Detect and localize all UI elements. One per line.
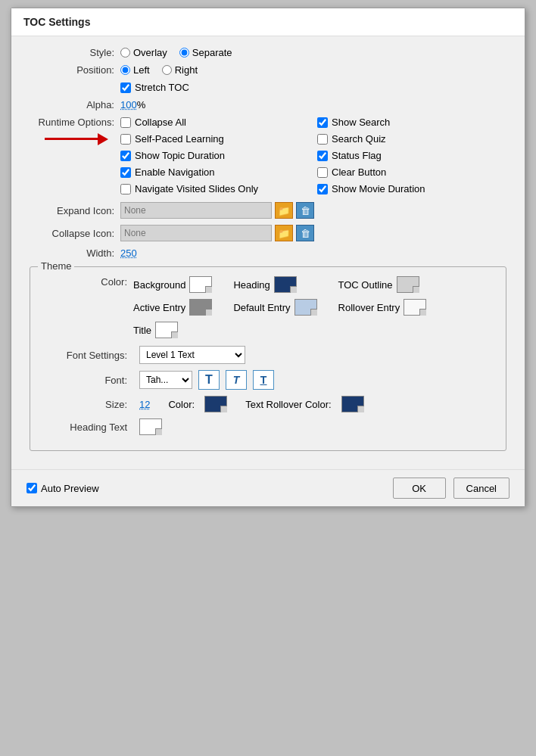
title-color-swatch[interactable] xyxy=(155,322,178,338)
runtime-options-label: Runtime Options: xyxy=(30,117,120,128)
show-topic-duration-option[interactable]: Show Topic Duration xyxy=(120,150,302,161)
position-left-radio[interactable] xyxy=(120,65,130,75)
font-color-swatch[interactable] xyxy=(204,396,227,412)
heading-color-swatch[interactable] xyxy=(274,276,297,293)
active-entry-color-label: Active Entry xyxy=(133,302,185,313)
auto-preview-checkbox[interactable] xyxy=(26,483,37,493)
theme-legend: Theme xyxy=(38,260,74,272)
active-entry-color-item: Active Entry xyxy=(133,299,212,316)
self-paced-option[interactable]: Self-Paced Learning xyxy=(120,133,224,145)
position-right-label: Right xyxy=(175,64,198,76)
collapse-icon-label: Collapse Icon: xyxy=(30,228,120,239)
collapse-icon-trash-button[interactable]: 🗑 xyxy=(296,225,314,241)
style-overlay-radio[interactable] xyxy=(120,48,130,58)
status-flag-option[interactable]: Status Flag xyxy=(317,150,484,161)
width-value[interactable]: 250 xyxy=(120,247,137,259)
position-left-option[interactable]: Left xyxy=(120,64,150,76)
navigate-visited-checkbox[interactable] xyxy=(120,184,131,194)
enable-navigation-label: Enable Navigation xyxy=(135,166,215,178)
show-topic-duration-label: Show Topic Duration xyxy=(135,150,225,161)
default-entry-color-item: Default Entry xyxy=(233,299,316,316)
font-settings-select[interactable]: Level 1 Text Level 2 Text Level 3 Text xyxy=(139,346,245,364)
show-search-label: Show Search xyxy=(332,117,390,128)
stretch-toc-checkbox[interactable] xyxy=(120,82,131,93)
expand-icon-input[interactable] xyxy=(120,202,272,219)
status-flag-checkbox[interactable] xyxy=(317,151,328,161)
arrow-head xyxy=(98,133,108,145)
stretch-toc-option[interactable]: Stretch TOC xyxy=(120,82,189,93)
dialog-title: TOC Settings xyxy=(11,8,525,36)
active-entry-color-swatch[interactable] xyxy=(189,299,212,316)
clear-button-label: Clear Button xyxy=(332,166,386,178)
size-label: Size: xyxy=(42,399,133,410)
width-label: Width: xyxy=(30,247,120,259)
search-quiz-option[interactable]: Search Quiz xyxy=(317,133,484,145)
self-paced-checkbox[interactable] xyxy=(120,134,131,145)
style-radio-group: Overlay Separate xyxy=(120,47,232,58)
font-underline-button[interactable]: T xyxy=(253,370,274,390)
expand-icon-folder-button[interactable]: 📁 xyxy=(275,202,293,219)
dialog-footer: Auto Preview OK Cancel xyxy=(11,469,525,506)
ok-button[interactable]: OK xyxy=(393,478,446,499)
color-grid: Background Heading TOC Outline Active En… xyxy=(133,276,426,338)
clear-button-option[interactable]: Clear Button xyxy=(317,166,484,178)
background-color-item: Background xyxy=(133,276,212,293)
color-label2: Color: xyxy=(168,399,195,410)
show-movie-duration-option[interactable]: Show Movie Duration xyxy=(317,183,484,194)
style-label: Style: xyxy=(30,47,120,58)
position-left-label: Left xyxy=(133,64,150,76)
collapse-all-label: Collapse All xyxy=(135,117,186,128)
style-separate-radio[interactable] xyxy=(179,48,189,58)
expand-icon-trash-button[interactable]: 🗑 xyxy=(296,202,314,219)
size-value[interactable]: 12 xyxy=(139,399,150,410)
default-entry-color-label: Default Entry xyxy=(233,302,290,313)
self-paced-label: Self-Paced Learning xyxy=(135,133,224,145)
footer-buttons: OK Cancel xyxy=(393,478,510,499)
style-separate-label: Separate xyxy=(192,47,232,58)
font-bold-button[interactable]: T xyxy=(198,370,220,390)
text-rollover-label: Text Rollover Color: xyxy=(245,399,331,410)
font-row: Font: Tah... T T T xyxy=(42,370,494,390)
show-search-checkbox[interactable] xyxy=(317,117,328,128)
enable-navigation-checkbox[interactable] xyxy=(120,167,131,178)
size-color-row: Size: 12 Color: Text Rollover Color: xyxy=(42,396,494,412)
alpha-value[interactable]: 100 xyxy=(120,99,137,110)
text-rollover-color-swatch[interactable] xyxy=(341,396,364,412)
status-flag-label: Status Flag xyxy=(332,150,382,161)
font-select[interactable]: Tah... xyxy=(139,371,192,389)
style-overlay-option[interactable]: Overlay xyxy=(120,47,167,58)
toc-outline-color-swatch[interactable] xyxy=(397,276,419,293)
font-italic-button[interactable]: T xyxy=(226,370,247,390)
navigate-visited-option[interactable]: Navigate Visited Slides Only xyxy=(120,183,302,194)
collapse-all-checkbox[interactable] xyxy=(120,117,131,128)
position-right-radio[interactable] xyxy=(162,65,172,75)
red-arrow xyxy=(45,133,108,145)
show-topic-duration-checkbox[interactable] xyxy=(120,151,131,161)
heading-text-swatch[interactable] xyxy=(139,418,162,435)
enable-navigation-option[interactable]: Enable Navigation xyxy=(120,166,302,178)
default-entry-color-swatch[interactable] xyxy=(294,299,317,316)
collapse-all-option[interactable]: Collapse All xyxy=(120,117,302,128)
position-radio-group: Left Right xyxy=(120,64,198,76)
rollover-entry-color-label: Rollover Entry xyxy=(338,302,400,313)
font-settings-label: Font Settings: xyxy=(42,350,133,361)
search-quiz-checkbox[interactable] xyxy=(317,134,328,145)
collapse-icon-input[interactable] xyxy=(120,225,272,241)
alpha-label: Alpha: xyxy=(30,99,120,110)
cancel-button[interactable]: Cancel xyxy=(453,478,510,499)
collapse-icon-folder-button[interactable]: 📁 xyxy=(275,225,293,241)
auto-preview-option[interactable]: Auto Preview xyxy=(26,483,99,494)
heading-text-label: Heading Text xyxy=(42,422,133,433)
theme-color-label: Color: xyxy=(42,276,133,288)
self-paced-container: Self-Paced Learning xyxy=(120,133,302,145)
show-movie-duration-checkbox[interactable] xyxy=(317,184,328,194)
position-right-option[interactable]: Right xyxy=(162,64,198,76)
background-color-swatch[interactable] xyxy=(189,276,212,293)
collapse-icon-row: 📁 🗑 xyxy=(120,225,314,241)
show-search-option[interactable]: Show Search xyxy=(317,117,484,128)
clear-button-checkbox[interactable] xyxy=(317,167,328,178)
style-separate-option[interactable]: Separate xyxy=(179,47,232,58)
alpha-suffix: % xyxy=(137,99,146,110)
rollover-entry-color-swatch[interactable] xyxy=(404,299,426,316)
navigate-visited-label: Navigate Visited Slides Only xyxy=(135,183,258,194)
